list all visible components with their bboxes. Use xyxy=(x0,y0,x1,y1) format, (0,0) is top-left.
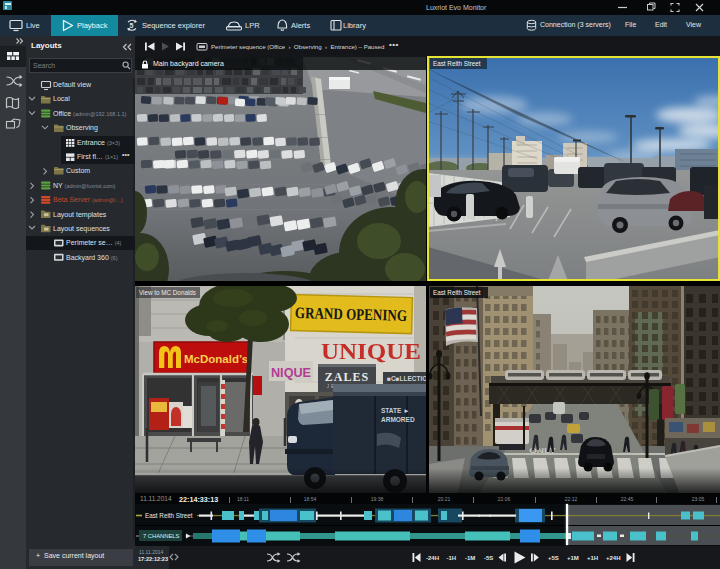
svg-text:+5S: +5S xyxy=(548,555,559,561)
svg-text:+24H: +24H xyxy=(606,555,621,561)
svg-text:■C■LLECTION: ■C■LLECTION xyxy=(387,375,426,382)
svg-text:UNIQUE: UNIQUE xyxy=(321,338,421,364)
svg-text:+1H: +1H xyxy=(587,555,598,561)
svg-text:-5S: -5S xyxy=(484,555,493,561)
svg-text:GRAND OPENING: GRAND OPENING xyxy=(295,304,408,324)
svg-text:-24H: -24H xyxy=(426,555,439,561)
svg-text:ZALES: ZALES xyxy=(325,370,369,384)
svg-text:NIQUE: NIQUE xyxy=(271,365,311,380)
svg-text:ARMORED: ARMORED xyxy=(381,416,415,423)
svg-text:STATE ►: STATE ► xyxy=(381,407,410,414)
svg-text:McDonald’s: McDonald’s xyxy=(184,353,248,365)
svg-text:+1M: +1M xyxy=(567,555,579,561)
svg-text:-1M: -1M xyxy=(465,555,475,561)
svg-text:-1H: -1H xyxy=(447,555,457,561)
